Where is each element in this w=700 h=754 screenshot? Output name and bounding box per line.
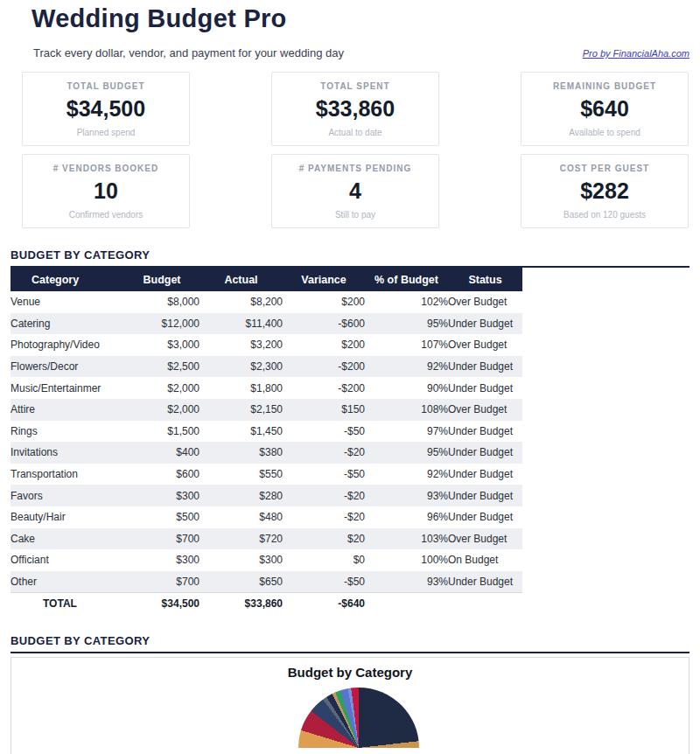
stat-value: $33,860	[316, 96, 395, 122]
stat-label: TOTAL SPENT	[320, 81, 389, 91]
cell-budget: $3,000	[124, 334, 200, 356]
cell-budget: $2,500	[124, 356, 200, 378]
stat-sub: Based on 120 guests	[564, 210, 646, 220]
table-row: Music/Entertainmer$2,000$1,800-$20090%Un…	[10, 377, 522, 399]
cell-pct: 92%	[365, 464, 448, 485]
cell-category: Flowers/Decor	[10, 356, 124, 378]
cell-category: Catering	[10, 313, 124, 335]
table-total-row: TOTAL$34,500$33,860-$640	[10, 592, 522, 614]
stat-label: REMAINING BUDGET	[553, 81, 656, 91]
cell-total-pct	[365, 592, 448, 614]
cell-variance: -$20	[283, 485, 365, 506]
cell-category: Transportation	[10, 464, 124, 485]
cell-pct: 95%	[365, 442, 448, 464]
cell-pct: 108%	[365, 399, 448, 421]
cell-status: Under Budget	[448, 377, 522, 399]
table-header-row: Category Budget Actual Variance % of Bud…	[10, 268, 522, 291]
cell-category: Other	[10, 571, 124, 593]
table-row: Flowers/Decor$2,500$2,300-$20092%Under B…	[10, 356, 522, 378]
table-row: Attire$2,000$2,150$150108%Over Budget	[10, 399, 522, 421]
cell-variance: -$50	[283, 421, 365, 443]
cell-status: Under Budget	[448, 356, 522, 378]
cell-status: Under Budget	[448, 506, 522, 528]
cell-budget: $1,500	[124, 421, 200, 443]
cell-variance: $200	[283, 291, 365, 313]
cell-status: Over Budget	[448, 528, 522, 550]
cell-pct: 90%	[365, 377, 448, 399]
cell-actual: $3,200	[200, 334, 283, 356]
chart-container: Budget by Category	[10, 657, 690, 754]
stat-card-cost-per-guest: COST PER GUEST $282 Based on 120 guests	[521, 154, 689, 228]
cell-actual: $380	[200, 442, 283, 464]
stat-card-vendors-booked: # VENDORS BOOKED 10 Confirmed vendors	[22, 154, 190, 228]
cell-variance: $200	[283, 334, 365, 356]
table-row: Favors$300$280-$2093%Under Budget	[10, 485, 522, 506]
cell-pct: 107%	[365, 334, 448, 356]
cell-pct: 102%	[365, 291, 448, 313]
stat-cards: TOTAL BUDGET $34,500 Planned spend TOTAL…	[22, 72, 689, 228]
cell-total-actual: $33,860	[200, 592, 283, 614]
cell-actual: $550	[200, 464, 283, 485]
cell-total-budget: $34,500	[124, 592, 200, 614]
cell-pct: 97%	[365, 421, 448, 443]
col-header-budget: Budget	[124, 268, 200, 291]
cell-actual: $300	[200, 549, 283, 571]
cell-total-status	[448, 592, 522, 614]
cell-category: Officiant	[10, 549, 124, 571]
cell-status: Under Budget	[448, 313, 522, 335]
stat-label: # PAYMENTS PENDING	[299, 164, 412, 173]
table-row: Catering$12,000$11,400-$60095%Under Budg…	[10, 313, 522, 335]
cell-category: Attire	[10, 399, 124, 421]
page: Wedding Budget Pro Track every dollar, v…	[0, 0, 700, 754]
cell-actual: $2,300	[200, 356, 283, 378]
stat-sub: Still to pay	[335, 210, 375, 220]
cell-variance: -$50	[283, 464, 365, 485]
col-header-status: Status	[448, 268, 522, 291]
cell-pct: 93%	[365, 571, 448, 593]
cell-budget: $700	[124, 528, 200, 550]
cell-budget: $2,000	[124, 399, 200, 421]
budget-table-head: Category Budget Actual Variance % of Bud…	[10, 268, 522, 291]
cell-actual: $1,450	[200, 421, 283, 443]
stat-sub: Planned spend	[77, 128, 136, 137]
cell-pct: 93%	[365, 485, 448, 506]
cell-budget: $2,000	[124, 377, 200, 399]
stat-sub: Confirmed vendors	[69, 210, 143, 220]
cell-actual: $650	[200, 571, 283, 593]
brand-link[interactable]: Pro by FinancialAha.com	[583, 48, 690, 59]
stat-value: 4	[349, 178, 361, 204]
cell-status: Under Budget	[448, 421, 522, 443]
stat-sub: Actual to date	[328, 128, 382, 137]
cell-category: Invitations	[10, 442, 124, 464]
cell-pct: 100%	[365, 549, 448, 571]
cell-actual: $1,800	[200, 377, 283, 399]
cell-variance: -$600	[283, 313, 365, 335]
cell-actual: $11,400	[200, 313, 283, 335]
cell-category: Cake	[10, 528, 124, 550]
cell-category: Beauty/Hair	[10, 506, 124, 528]
table-row: Venue$8,000$8,200$200102%Over Budget	[10, 291, 522, 313]
cell-budget: $12,000	[124, 313, 200, 335]
cell-category: Favors	[10, 485, 124, 506]
cell-status: Under Budget	[448, 571, 522, 593]
page-subtitle: Track every dollar, vendor, and payment …	[33, 46, 344, 59]
budget-table: Category Budget Actual Variance % of Bud…	[10, 268, 522, 614]
stat-card-total-budget: TOTAL BUDGET $34,500 Planned spend	[22, 72, 190, 146]
stat-value: $34,500	[66, 96, 145, 122]
cell-actual: $280	[200, 485, 283, 506]
cell-actual: $2,150	[200, 399, 283, 421]
chart-section-heading: BUDGET BY CATEGORY	[10, 634, 690, 653]
col-header-category: Category	[10, 268, 124, 291]
cell-budget: $400	[124, 442, 200, 464]
budget-pie-chart	[298, 688, 419, 754]
cell-actual: $720	[200, 528, 283, 550]
cell-total-variance: -$640	[283, 592, 365, 614]
col-header-actual: Actual	[200, 268, 283, 291]
cell-total-label: TOTAL	[10, 592, 124, 614]
cell-pct: 103%	[365, 528, 448, 550]
stat-card-total-spent: TOTAL SPENT $33,860 Actual to date	[271, 72, 439, 146]
cell-variance: -$200	[283, 377, 365, 399]
cell-variance: $0	[283, 549, 365, 571]
stat-sub: Available to spend	[569, 128, 640, 137]
cell-budget: $700	[124, 571, 200, 593]
